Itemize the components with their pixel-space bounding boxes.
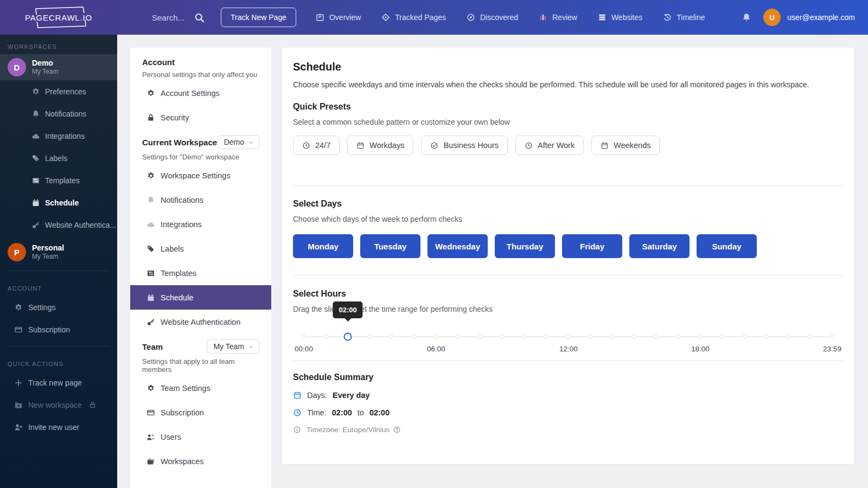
- key-icon: [31, 221, 40, 229]
- slider-tick-dot: [588, 335, 592, 339]
- sidebar-item-label: Labels: [45, 154, 67, 163]
- slider-handle[interactable]: [344, 333, 352, 341]
- clock-icon: [302, 142, 310, 150]
- divider: [8, 346, 110, 346]
- sidebar-item-notifications[interactable]: Notifications: [0, 102, 117, 125]
- app-logo[interactable]: PAGECRAWL.IO: [0, 0, 117, 35]
- nav-label: Discovered: [480, 13, 518, 22]
- quick-presets-section: Quick Presets Select a common schedule p…: [293, 89, 843, 171]
- settings-item-team-settings[interactable]: Team Settings: [130, 376, 271, 400]
- user-avatar[interactable]: U: [763, 9, 781, 26]
- day-button-sunday[interactable]: Sunday: [697, 234, 757, 258]
- summary-timezone-row: Timezone: Europe/Vilnius: [293, 426, 843, 434]
- workspace-dropdown[interactable]: Demo: [218, 135, 259, 149]
- user-email[interactable]: user@example.com: [787, 13, 855, 22]
- slider-axis: 00:00 06:00 12:00 18:00 23:59: [304, 345, 832, 356]
- check-circle-icon: [430, 142, 438, 150]
- settings-item-security[interactable]: Security: [130, 105, 271, 130]
- sidebar-item-schedule[interactable]: Schedule: [0, 191, 117, 214]
- cloud-icon: [146, 220, 155, 229]
- workspace-personal[interactable]: P Personal My Team: [0, 239, 117, 265]
- axis-tick-label: 00:00: [295, 345, 313, 353]
- slider-tick-dot: [786, 335, 790, 339]
- preset-label: Workdays: [369, 141, 404, 150]
- settings-item-integrations[interactable]: Integrations: [130, 212, 271, 236]
- settings-item-workspace-settings[interactable]: Workspace Settings: [130, 163, 271, 188]
- review-icon: [539, 13, 547, 22]
- day-button-wednesday[interactable]: Wednesday: [427, 234, 488, 258]
- workspaces-header: WORKSPACES: [0, 35, 117, 54]
- settings-item-users[interactable]: Users: [130, 425, 271, 449]
- team-dropdown[interactable]: My Team: [207, 339, 259, 354]
- bell-icon: [146, 196, 155, 204]
- workspace-demo[interactable]: D Demo My Team: [0, 54, 117, 80]
- nav-label: Overview: [329, 13, 361, 22]
- sidebar-item-integrations[interactable]: Integrations: [0, 125, 117, 147]
- discovered-icon: [467, 13, 475, 22]
- sidebar-item-labels[interactable]: Labels: [0, 147, 117, 169]
- preset-workdays-button[interactable]: Workdays: [347, 136, 413, 155]
- select-days-section: Select Days Choose which days of the wee…: [293, 185, 843, 275]
- nav-item-websites[interactable]: Websites: [598, 13, 642, 22]
- settings-item-subscription[interactable]: Subscription: [130, 400, 271, 425]
- preset-label: Business Hours: [443, 141, 499, 150]
- summary-time-start: 02:00: [332, 408, 352, 417]
- settings-item-schedule[interactable]: Schedule: [130, 285, 271, 310]
- quick-action-new-workspace[interactable]: New workspace: [0, 394, 117, 416]
- day-button-friday[interactable]: Friday: [562, 234, 622, 258]
- settings-item-templates[interactable]: Templates: [130, 261, 271, 285]
- settings-item-label: Subscription: [161, 408, 204, 417]
- sidebar-item-preferences[interactable]: Preferences: [0, 80, 117, 102]
- nav-item-discovered[interactable]: Discovered: [467, 13, 518, 22]
- nav-item-overview[interactable]: Overview: [316, 13, 361, 22]
- key-icon: [146, 318, 155, 326]
- day-button-thursday[interactable]: Thursday: [495, 234, 555, 258]
- axis-tick-label: 23:59: [823, 345, 841, 353]
- slider-tick-dot: [390, 335, 394, 339]
- day-button-saturday[interactable]: Saturday: [629, 234, 690, 258]
- nav-item-tracked-pages[interactable]: Tracked Pages: [381, 13, 446, 22]
- credit-card-icon: [14, 325, 23, 334]
- day-button-monday[interactable]: Monday: [293, 234, 353, 258]
- preset-weekends-button[interactable]: Weekends: [591, 136, 660, 155]
- settings-item-website-authentication[interactable]: Website Authentication: [130, 310, 271, 334]
- settings-item-notifications[interactable]: Notifications: [130, 188, 271, 212]
- track-new-page-button[interactable]: Track New Page: [221, 8, 296, 27]
- quick-action-track-new-page[interactable]: Track new page: [0, 371, 117, 394]
- settings-item-labels[interactable]: Labels: [130, 236, 271, 261]
- hours-slider[interactable]: 02:00 00:00 06:00 12:00 18:00 23:59: [304, 313, 832, 360]
- summary-time-label: Time:: [307, 408, 327, 417]
- sidebar-item-settings[interactable]: Settings: [0, 296, 117, 318]
- settings-item-workspaces[interactable]: Workspaces: [130, 449, 271, 473]
- slider-track[interactable]: [304, 333, 832, 341]
- axis-tick-label: 12:00: [559, 345, 578, 353]
- select-hours-section: Select Hours Drag the sliders to set the…: [293, 275, 843, 360]
- nav-item-timeline[interactable]: Timeline: [663, 13, 705, 22]
- preset-after-work-button[interactable]: After Work: [515, 136, 584, 155]
- sidebar-item-subscription[interactable]: Subscription: [0, 318, 117, 341]
- workspace-team: My Team: [32, 253, 64, 261]
- sidebar-item-label: Schedule: [45, 198, 79, 207]
- search-input[interactable]: [152, 13, 190, 22]
- settings-item-account-settings[interactable]: Account Settings: [130, 81, 271, 105]
- slider-tick-dot: [324, 335, 328, 339]
- nav-item-review[interactable]: Review: [539, 13, 577, 22]
- preset-business-hours-button[interactable]: Business Hours: [421, 136, 508, 155]
- day-button-tuesday[interactable]: Tuesday: [360, 234, 420, 258]
- select-days-subtitle: Choose which days of the week to perform…: [293, 215, 843, 223]
- help-icon[interactable]: [393, 426, 401, 434]
- gear-icon: [146, 171, 155, 180]
- calendar-icon: [146, 293, 155, 302]
- search-box[interactable]: [152, 12, 205, 23]
- gear-icon: [31, 87, 40, 96]
- calendar-icon: [293, 391, 302, 400]
- sidebar-item-templates[interactable]: Templates: [0, 169, 117, 191]
- quick-action-invite-new-user[interactable]: Invite new user: [0, 416, 117, 438]
- nav-label: Review: [552, 13, 577, 22]
- preset-24-7-button[interactable]: 24/7: [293, 136, 340, 155]
- workspace-team: My Team: [32, 68, 58, 76]
- sidebar-item-website-authentication[interactable]: Website Authentica...: [0, 214, 117, 236]
- clock-icon: [525, 142, 533, 150]
- notifications-bell-icon[interactable]: [742, 12, 751, 22]
- search-icon[interactable]: [194, 12, 205, 23]
